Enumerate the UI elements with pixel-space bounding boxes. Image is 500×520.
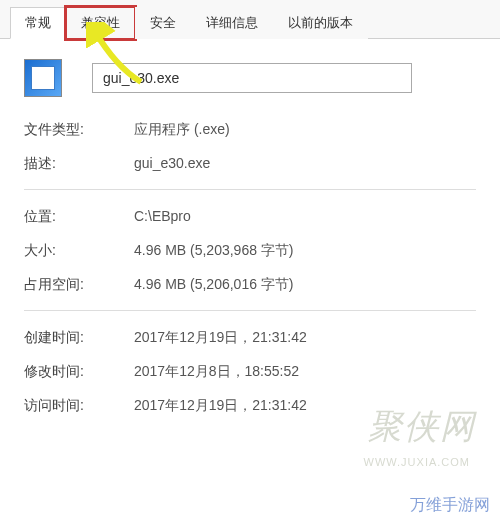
tab-previous-versions[interactable]: 以前的版本 [273,7,368,39]
label-file-type: 文件类型: [24,121,134,139]
label-location: 位置: [24,208,134,226]
label-description: 描述: [24,155,134,173]
watermark-url: WWW.JUXIA.COM [364,456,471,468]
filename-input[interactable] [92,63,412,93]
tab-security[interactable]: 安全 [135,7,191,39]
watermark-wanwei: 万维手游网 [410,495,490,516]
row-modified: 修改时间: 2017年12月8日，18:55:52 [24,363,476,381]
tab-details[interactable]: 详细信息 [191,7,273,39]
value-size-on-disk: 4.96 MB (5,206,016 字节) [134,276,294,294]
value-accessed: 2017年12月19日，21:31:42 [134,397,307,415]
row-location: 位置: C:\EBpro [24,208,476,226]
row-size: 大小: 4.96 MB (5,203,968 字节) [24,242,476,260]
label-accessed: 访问时间: [24,397,134,415]
value-file-type: 应用程序 (.exe) [134,121,230,139]
value-modified: 2017年12月8日，18:55:52 [134,363,299,381]
row-file-type: 文件类型: 应用程序 (.exe) [24,121,476,139]
properties-content: 文件类型: 应用程序 (.exe) 描述: gui_e30.exe 位置: C:… [0,39,500,451]
label-created: 创建时间: [24,329,134,347]
value-created: 2017年12月19日，21:31:42 [134,329,307,347]
value-description: gui_e30.exe [134,155,210,173]
row-size-on-disk: 占用空间: 4.96 MB (5,206,016 字节) [24,276,476,294]
label-modified: 修改时间: [24,363,134,381]
label-size-on-disk: 占用空间: [24,276,134,294]
row-description: 描述: gui_e30.exe [24,155,476,173]
row-accessed: 访问时间: 2017年12月19日，21:31:42 [24,397,476,415]
divider [24,189,476,190]
value-location: C:\EBpro [134,208,191,226]
value-size: 4.96 MB (5,203,968 字节) [134,242,294,260]
icon-filename-row [24,59,476,97]
tab-general[interactable]: 常规 [10,7,66,39]
row-created: 创建时间: 2017年12月19日，21:31:42 [24,329,476,347]
label-size: 大小: [24,242,134,260]
divider [24,310,476,311]
tabs-bar: 常规 兼容性 安全 详细信息 以前的版本 [0,0,500,39]
tab-compatibility[interactable]: 兼容性 [66,7,135,39]
file-icon [24,59,62,97]
